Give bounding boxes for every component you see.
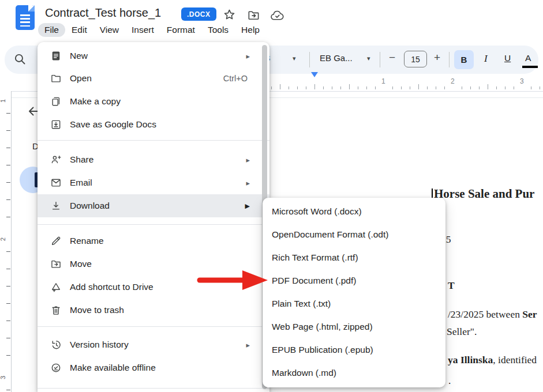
file-format-badge: .DOCX [181,7,216,21]
cloud-saved-icon[interactable] [270,9,284,22]
ruler-tick [271,86,272,89]
increase-font-size-button[interactable]: + [434,51,440,64]
ruler-tick [6,286,10,287]
submenu-item-rtf[interactable]: Rich Text Format (.rtf) [263,246,445,269]
ruler-tick [314,84,315,89]
menu-item-label: Make a copy [70,96,121,107]
logo-fold-shadow [28,5,35,12]
drive-add-icon [50,281,62,293]
menu-format[interactable]: Format [160,23,201,37]
menu-divider [38,388,269,389]
ruler-tick [332,86,332,89]
menu-item-new[interactable]: New ▸ [38,44,269,67]
google-docs-logo-icon[interactable] [16,5,35,30]
doc-line-seller: Seller". [447,326,477,338]
ruler-tick [479,86,480,89]
doc-line-fragment: T [448,280,455,292]
menu-file[interactable]: File [38,23,65,37]
pencil-icon [50,235,62,247]
menu-item-make-a-copy[interactable]: Make a copy [38,90,269,113]
ruler-tick [349,84,350,89]
chevron-down-icon[interactable]: ▾ [367,55,370,62]
submenu-item-docx[interactable]: Microsoft Word (.docx) [263,200,445,223]
save-google-docs-icon [50,119,62,130]
submenu-item-pdf[interactable]: PDF Document (.pdf) [263,269,445,292]
doc-text-span: /23/2025 between [448,308,522,320]
ruler-number: 1 [0,97,6,104]
doc-line-name: ya Illinska, identified [448,354,537,366]
menu-item-label: Add shortcut to Drive [70,282,153,292]
ruler-tick [6,303,10,304]
menu-item-download[interactable]: Download ▶ [38,194,269,217]
menu-item-label: Version history [70,340,129,350]
underline-button[interactable]: U [504,53,511,63]
font-family-dropdown[interactable]: EB Ga... [320,53,353,63]
toolbar-separator [380,52,380,67]
move-folder-icon[interactable] [247,9,260,22]
menu-divider [38,326,269,327]
ruler-tick [6,251,10,252]
copy-icon [50,96,62,107]
submenu-item-odt[interactable]: OpenDocument Format (.odt) [263,223,445,246]
search-icon[interactable] [13,52,27,69]
menu-item-label: New [70,51,88,61]
menu-item-label: Download [70,201,110,211]
ruler-tick [540,86,540,89]
decrease-font-size-button[interactable]: − [389,51,395,64]
star-icon[interactable] [223,8,236,21]
submenu-item-md[interactable]: Markdown (.md) [263,361,445,385]
ruler-tick [6,217,10,217]
menu-item-email[interactable]: Email ▸ [38,171,269,194]
italic-button[interactable]: I [484,53,488,65]
menu-item-rename[interactable]: Rename [38,229,269,252]
offline-check-icon [50,362,62,374]
menu-tools[interactable]: Tools [201,23,235,37]
menu-help[interactable]: Help [235,23,266,37]
ruler-tick [531,86,531,89]
menu-item-save-as-google-docs[interactable]: Save as Google Docs [38,113,269,136]
menu-item-move-to-trash[interactable]: Move to trash [38,299,269,322]
text-color-button[interactable]: A [525,53,531,63]
submenu-arrow-icon: ▶ [245,202,250,210]
menu-bar: File Edit View Insert Format Tools Help [38,23,266,37]
document-title[interactable]: Contract_Test horse_1 [45,6,161,20]
ruler-tick [323,86,324,89]
ruler-tick [401,86,402,89]
menu-item-version-history[interactable]: Version history ▸ [38,333,269,356]
menu-view[interactable]: View [93,23,125,37]
ruler-tick [427,86,428,89]
menu-edit[interactable]: Edit [65,23,93,37]
download-submenu: Microsoft Word (.docx) OpenDocument Form… [263,198,445,387]
ruler-tick [514,86,514,89]
submenu-item-txt[interactable]: Plain Text (.txt) [263,292,445,315]
vertical-ruler: 1 2 3 [0,91,12,392]
ruler-tick [6,355,10,356]
menu-item-open[interactable]: Open Ctrl+O [38,67,269,90]
submenu-item-epub[interactable]: EPUB Publication (.epub) [263,338,445,361]
ruler-tick [297,86,298,89]
chevron-down-icon[interactable]: ▾ [293,55,296,62]
bold-button[interactable]: B [454,50,474,69]
menu-item-label: Make available offline [70,363,156,373]
menu-item-make-available-offline[interactable]: Make available offline [38,356,269,379]
menu-item-label: Move [70,259,92,269]
menu-item-label: Move to trash [70,305,124,315]
ruler-tick [6,338,10,338]
ruler-tick [6,199,10,200]
ruler-tick [6,269,10,269]
toolbar-separator [449,52,450,67]
submenu-item-html[interactable]: Web Page (.html, zipped) [263,315,445,338]
ruler-number: 3 [0,374,6,381]
ruler-tick [6,148,10,148]
menu-item-share[interactable]: Share ▸ [38,148,269,171]
doc-line-agreement: /23/2025 between Ser [448,308,537,321]
doc-text-bold: ya Illinska [448,354,493,365]
ruler-tick [6,113,10,114]
menu-insert[interactable]: Insert [125,23,160,37]
ruler-tick [375,86,376,89]
ruler-tick [418,84,419,89]
ruler-tick [410,86,410,89]
font-size-input[interactable]: 15 [404,51,427,67]
submenu-arrow-icon: ▸ [246,156,250,164]
ruler-tick [6,130,10,131]
